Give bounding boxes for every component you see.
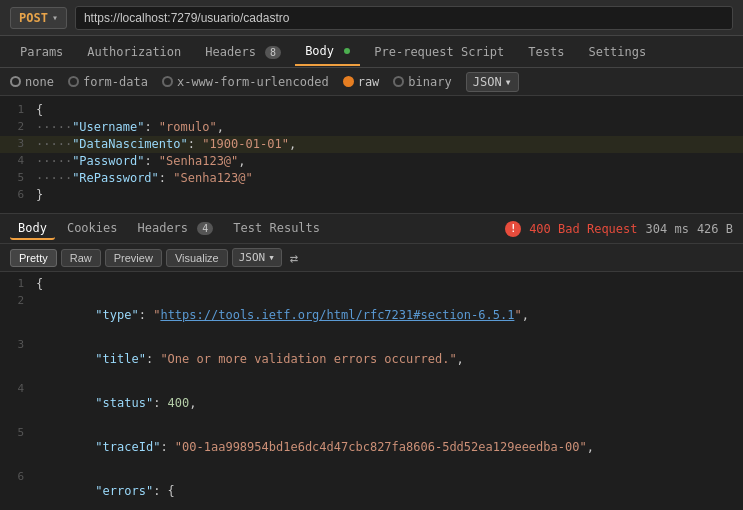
- req-line-1: 1 {: [0, 102, 743, 119]
- chevron-down-icon: ▾: [505, 75, 512, 89]
- radio-binary[interactable]: binary: [393, 75, 451, 89]
- radio-formdata[interactable]: form-data: [68, 75, 148, 89]
- req-line-6: 6 }: [0, 187, 743, 204]
- radio-circle-binary: [393, 76, 404, 87]
- resp-tab-test-results[interactable]: Test Results: [225, 218, 328, 240]
- url-input[interactable]: [75, 6, 733, 30]
- tab-params[interactable]: Params: [10, 39, 73, 65]
- resp-btn-pretty[interactable]: Pretty: [10, 249, 57, 267]
- resp-tab-body[interactable]: Body: [10, 218, 55, 240]
- resp-line-4: 4 "status": 400,: [0, 381, 743, 425]
- chevron-down-icon: ▾: [268, 251, 275, 264]
- body-dot-indicator: [344, 48, 350, 54]
- resp-headers-badge: 4: [197, 222, 213, 235]
- tab-authorization[interactable]: Authorization: [77, 39, 191, 65]
- resp-line-3: 3 "title": "One or more validation error…: [0, 337, 743, 381]
- tab-tests[interactable]: Tests: [518, 39, 574, 65]
- radio-none[interactable]: none: [10, 75, 54, 89]
- headers-badge: 8: [265, 46, 281, 59]
- status-error-icon: !: [505, 221, 521, 237]
- radio-circle-formdata: [68, 76, 79, 87]
- radio-urlencoded[interactable]: x-www-form-urlencoded: [162, 75, 329, 89]
- resp-toolbar: Pretty Raw Preview Visualize JSON ▾ ⇄: [0, 244, 743, 272]
- body-type-row: none form-data x-www-form-urlencoded raw…: [0, 68, 743, 96]
- resp-line-6: 6 "errors": {: [0, 469, 743, 500]
- response-meta: ! 400 Bad Request 304 ms 426 B: [505, 221, 733, 237]
- req-line-4: 4 ·····"Password": "Senha123@",: [0, 153, 743, 170]
- resp-tab-cookies[interactable]: Cookies: [59, 218, 126, 240]
- resp-btn-raw[interactable]: Raw: [61, 249, 101, 267]
- resp-tab-headers[interactable]: Headers 4: [129, 218, 221, 240]
- method-label: POST: [19, 11, 48, 25]
- status-text: 400 Bad Request: [529, 222, 637, 236]
- wrap-icon[interactable]: ⇄: [290, 250, 298, 266]
- radio-circle-raw: [343, 76, 354, 87]
- resp-btn-preview[interactable]: Preview: [105, 249, 162, 267]
- response-size: 426 B: [697, 222, 733, 236]
- response-body: 1 { 2 "type": "https://tools.ietf.org/ht…: [0, 272, 743, 500]
- req-line-2: 2 ·····"Username": "romulo",: [0, 119, 743, 136]
- method-selector[interactable]: POST ▾: [10, 7, 67, 29]
- resp-line-2: 2 "type": "https://tools.ietf.org/html/r…: [0, 293, 743, 337]
- resp-line-1: 1 {: [0, 276, 743, 293]
- tab-settings[interactable]: Settings: [578, 39, 656, 65]
- resp-btn-visualize[interactable]: Visualize: [166, 249, 228, 267]
- resp-line-5: 5 "traceId": "00-1aa998954bd1e6dc4d47cbc…: [0, 425, 743, 469]
- response-tabs: Body Cookies Headers 4 Test Results: [10, 218, 328, 240]
- top-bar: POST ▾: [0, 0, 743, 36]
- req-line-3: 3 ·····"DataNascimento": "1900-01-01",: [0, 136, 743, 153]
- tab-headers[interactable]: Headers 8: [195, 39, 291, 65]
- tab-prerequest[interactable]: Pre-request Script: [364, 39, 514, 65]
- response-time: 304 ms: [646, 222, 689, 236]
- json-format-selector[interactable]: JSON ▾: [466, 72, 519, 92]
- req-line-5: 5 ·····"RePassword": "Senha123@": [0, 170, 743, 187]
- request-tab-nav: Params Authorization Headers 8 Body Pre-…: [0, 36, 743, 68]
- tab-body[interactable]: Body: [295, 38, 360, 66]
- radio-circle-none: [10, 76, 21, 87]
- response-bar: Body Cookies Headers 4 Test Results ! 40…: [0, 214, 743, 244]
- radio-circle-urlencoded: [162, 76, 173, 87]
- resp-format-selector[interactable]: JSON ▾: [232, 248, 282, 267]
- chevron-down-icon: ▾: [52, 12, 58, 23]
- request-editor[interactable]: 1 { 2 ·····"Username": "romulo", 3 ·····…: [0, 96, 743, 214]
- radio-raw[interactable]: raw: [343, 75, 380, 89]
